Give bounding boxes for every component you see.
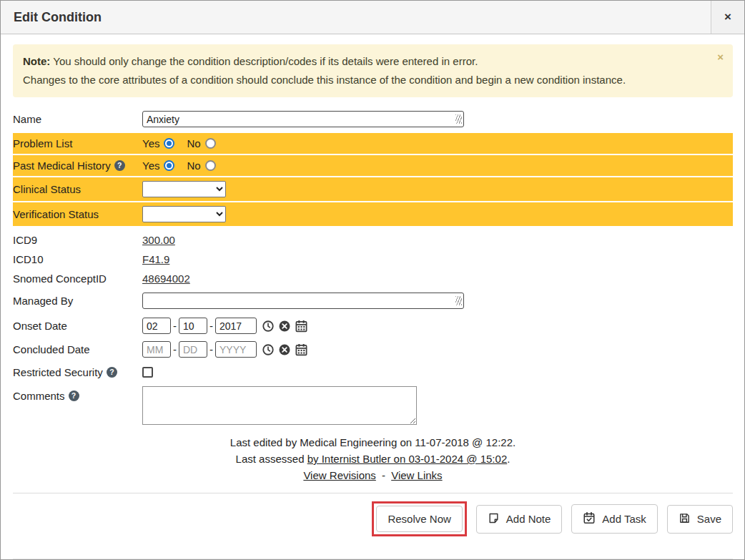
view-links-line: View Revisions - View Links <box>13 467 733 483</box>
save-button[interactable]: Save <box>667 505 733 534</box>
resolve-now-label: Resolve Now <box>388 513 450 525</box>
comments-label-text: Comments <box>13 390 65 402</box>
note-icon <box>488 512 500 526</box>
concluded-date-icons <box>262 343 308 356</box>
clinical-status-select[interactable] <box>142 181 226 197</box>
view-revisions-link[interactable]: View Revisions <box>303 469 375 481</box>
onset-date-row: Onset Date - - <box>13 315 733 337</box>
close-icon: × <box>724 10 731 24</box>
concluded-date-row: Concluded Date - - <box>13 339 733 360</box>
date-separator: - <box>209 343 213 355</box>
name-input[interactable] <box>142 111 464 127</box>
past-medical-history-row: Past Medical History ? Yes No <box>13 155 733 176</box>
onset-month-input[interactable] <box>142 318 171 334</box>
meta-section: Last edited by Medical Engineering on 11… <box>13 434 733 484</box>
dialog-close-button[interactable]: × <box>711 1 744 34</box>
restricted-security-row: Restricted Security ? <box>13 363 733 383</box>
verification-status-label: Verification Status <box>13 208 142 220</box>
save-label: Save <box>697 513 721 525</box>
pmh-no-label: No <box>187 159 200 172</box>
past-medical-history-radio-group: Yes No <box>142 159 228 172</box>
save-icon <box>679 512 691 526</box>
concluded-clear-icon[interactable] <box>278 343 291 356</box>
icd10-label: ICD10 <box>13 253 142 265</box>
concluded-clock-icon[interactable] <box>262 343 275 356</box>
last-edited-line: Last edited by Medical Engineering on 11… <box>13 434 733 451</box>
add-task-button[interactable]: Add Task <box>571 504 657 534</box>
note-line-2: Changes to the core attributes of a cond… <box>23 71 701 89</box>
comments-label: Comments ? <box>13 386 142 402</box>
close-icon: × <box>717 51 724 63</box>
name-row: Name <box>13 109 733 129</box>
snomed-label: Snomed ConceptID <box>13 272 142 285</box>
verification-status-row: Verification Status <box>13 202 733 226</box>
concluded-year-input[interactable] <box>215 341 257 358</box>
managed-by-label: Managed By <box>13 295 142 307</box>
pmh-yes-radio[interactable] <box>164 160 174 171</box>
problem-list-no-label: No <box>187 137 200 149</box>
last-assessed-prefix: Last assessed <box>236 453 305 465</box>
last-assessed-link[interactable]: by Internist Butler on 03-01-2024 @ 15:0… <box>307 453 508 465</box>
concluded-day-input[interactable] <box>179 341 207 358</box>
snomed-code-link[interactable]: 48694002 <box>142 272 190 285</box>
icd9-code-link[interactable]: 300.00 <box>142 234 175 246</box>
restricted-security-label: Restricted Security ? <box>13 366 142 378</box>
concluded-calendar-icon[interactable] <box>295 343 308 356</box>
past-medical-history-label-text: Past Medical History <box>13 159 111 172</box>
pmh-no-radio[interactable] <box>205 160 216 171</box>
note-dismiss-button[interactable]: × <box>717 51 724 63</box>
snomed-row: Snomed ConceptID 48694002 <box>13 269 733 288</box>
button-bar: Resolve Now Add Note Add Task Save <box>13 493 733 536</box>
dialog-title: Edit Condition <box>1 1 711 34</box>
date-separator: - <box>173 320 177 332</box>
edit-condition-dialog: Edit Condition × × Note:You should only … <box>0 0 745 560</box>
add-note-label: Add Note <box>506 513 551 525</box>
add-note-button[interactable]: Add Note <box>476 505 563 534</box>
name-label: Name <box>13 113 142 125</box>
onset-date-label: Onset Date <box>13 320 142 332</box>
onset-clear-icon[interactable] <box>278 320 291 333</box>
last-assessed-line: Last assessed by Internist Butler on 03-… <box>13 451 733 467</box>
problem-list-yes-radio[interactable] <box>164 138 174 149</box>
meta-separator: - <box>382 469 385 481</box>
task-calendar-icon <box>583 511 596 526</box>
view-links-link[interactable]: View Links <box>391 469 442 481</box>
problem-list-label: Problem List <box>13 137 142 149</box>
managed-by-row: Managed By <box>13 290 733 312</box>
concluded-date-label: Concluded Date <box>13 343 142 355</box>
clinical-status-label: Clinical Status <box>13 183 142 195</box>
onset-clock-icon[interactable] <box>262 320 275 333</box>
annotation-highlight-box: Resolve Now <box>372 501 466 536</box>
comments-row: Comments ? <box>13 386 733 425</box>
help-icon[interactable]: ? <box>107 367 117 378</box>
comments-textarea[interactable] <box>142 386 417 425</box>
onset-day-input[interactable] <box>179 318 207 334</box>
managed-by-input[interactable] <box>142 293 464 309</box>
note-line-1: Note:You should only change the conditio… <box>23 52 701 71</box>
problem-list-radio-group: Yes No <box>142 137 228 149</box>
note-text-1: You should only change the condition des… <box>53 55 478 67</box>
footer-divider <box>13 559 733 559</box>
onset-calendar-icon[interactable] <box>295 319 308 333</box>
help-icon[interactable]: ? <box>114 160 125 171</box>
dialog-body: × Note:You should only change the condit… <box>1 34 744 559</box>
pmh-yes-label: Yes <box>142 159 159 172</box>
icd10-row: ICD10 F41.9 <box>13 250 733 269</box>
icd9-label: ICD9 <box>13 234 142 246</box>
past-medical-history-label: Past Medical History ? <box>13 159 142 172</box>
icd10-code-link[interactable]: F41.9 <box>142 253 169 265</box>
verification-status-select[interactable] <box>142 206 226 222</box>
last-assessed-suffix: . <box>507 453 510 465</box>
icd9-row: ICD9 300.00 <box>13 230 733 250</box>
note-banner: × Note:You should only change the condit… <box>13 44 733 97</box>
clinical-status-row: Clinical Status <box>13 177 733 201</box>
problem-list-no-radio[interactable] <box>205 138 216 149</box>
onset-year-input[interactable] <box>215 318 257 334</box>
date-separator: - <box>209 320 213 332</box>
concluded-month-input[interactable] <box>142 341 171 358</box>
resolve-now-button[interactable]: Resolve Now <box>376 506 462 532</box>
note-prefix: Note: <box>23 55 50 67</box>
help-icon[interactable]: ? <box>69 390 79 401</box>
date-separator: - <box>173 343 177 355</box>
restricted-security-checkbox[interactable] <box>142 367 153 378</box>
